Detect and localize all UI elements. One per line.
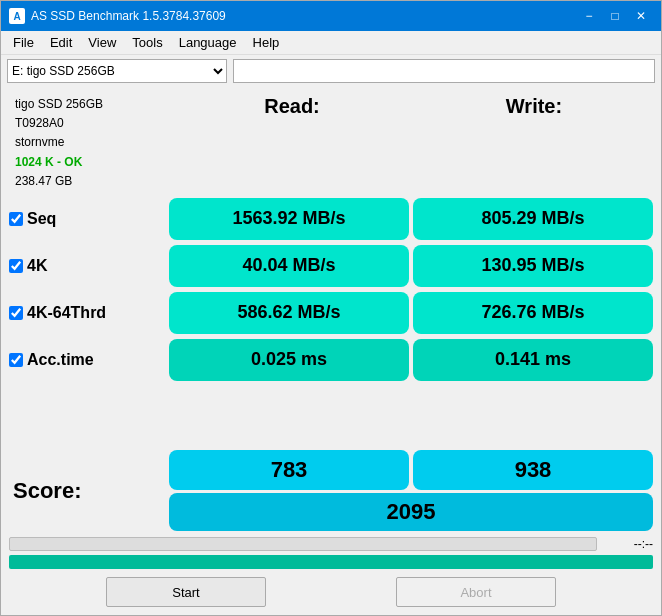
progress-bar-container [9,537,597,551]
toolbar: E: tigo SSD 256GB [1,55,661,87]
seq-label: Seq [9,210,165,228]
4k-checkbox[interactable] [9,259,23,273]
score-total-cell: 2095 [169,493,653,531]
menu-language[interactable]: Language [171,33,245,52]
device-driver: stornvme [15,133,163,152]
score-values: 783 938 2095 [169,450,653,531]
4k64-checkbox[interactable] [9,306,23,320]
score-section: Score: 783 938 2095 [9,450,653,531]
progress-section: --:-- [9,537,653,551]
drive-select[interactable]: E: tigo SSD 256GB [7,59,227,83]
acctime-read-cell: 0.025 ms [169,339,409,381]
title-bar-controls: − □ ✕ [577,6,653,26]
device-name: tigo SSD 256GB [15,95,163,114]
table-row: 4K-64Thrd 586.62 MB/s 726.76 MB/s [9,291,653,335]
start-button[interactable]: Start [106,577,266,607]
4k64-read-cell: 586.62 MB/s [169,292,409,334]
device-status: 1024 K - OK [15,153,163,172]
4k64-write-cell: 726.76 MB/s [413,292,653,334]
progress-row: --:-- [9,537,653,551]
seq-checkbox[interactable] [9,212,23,226]
status-bar [9,555,653,569]
4k64-label: 4K-64Thrd [9,304,165,322]
table-row: Acc.time 0.025 ms 0.141 ms [9,338,653,382]
acctime-label: Acc.time [9,351,165,369]
4k-read-cell: 40.04 MB/s [169,245,409,287]
menu-help[interactable]: Help [245,33,288,52]
table-row: Seq 1563.92 MB/s 805.29 MB/s [9,197,653,241]
seq-read-cell: 1563.92 MB/s [169,198,409,240]
results-header: Read: Write: [173,91,653,195]
abort-button[interactable]: Abort [396,577,556,607]
window-title: AS SSD Benchmark 1.5.3784.37609 [31,9,577,23]
menu-view[interactable]: View [80,33,124,52]
close-button[interactable]: ✕ [629,6,653,26]
device-size: 238.47 GB [15,172,163,191]
main-content: tigo SSD 256GB T0928A0 stornvme 1024 K -… [1,87,661,555]
button-row: Start Abort [1,573,661,615]
search-input[interactable] [233,59,655,83]
maximize-button[interactable]: □ [603,6,627,26]
device-info: tigo SSD 256GB T0928A0 stornvme 1024 K -… [9,91,169,195]
score-label: Score: [9,450,165,531]
seq-write-cell: 805.29 MB/s [413,198,653,240]
score-read-write-row: 783 938 [169,450,653,490]
progress-time: --:-- [603,537,653,551]
app-icon: A [9,8,25,24]
data-table: Seq 1563.92 MB/s 805.29 MB/s 4K 40.04 MB… [9,197,653,446]
4k-write-cell: 130.95 MB/s [413,245,653,287]
4k-label: 4K [9,257,165,275]
title-bar: A AS SSD Benchmark 1.5.3784.37609 − □ ✕ [1,1,661,31]
device-model: T0928A0 [15,114,163,133]
menu-edit[interactable]: Edit [42,33,80,52]
score-write-cell: 938 [413,450,653,490]
table-row: 4K 40.04 MB/s 130.95 MB/s [9,244,653,288]
write-header: Write: [415,91,653,195]
menu-bar: File Edit View Tools Language Help [1,31,661,55]
menu-file[interactable]: File [5,33,42,52]
main-window: A AS SSD Benchmark 1.5.3784.37609 − □ ✕ … [0,0,662,616]
acctime-write-cell: 0.141 ms [413,339,653,381]
menu-tools[interactable]: Tools [124,33,170,52]
read-header: Read: [173,91,411,195]
top-section: tigo SSD 256GB T0928A0 stornvme 1024 K -… [9,91,653,195]
minimize-button[interactable]: − [577,6,601,26]
score-read-cell: 783 [169,450,409,490]
acctime-checkbox[interactable] [9,353,23,367]
